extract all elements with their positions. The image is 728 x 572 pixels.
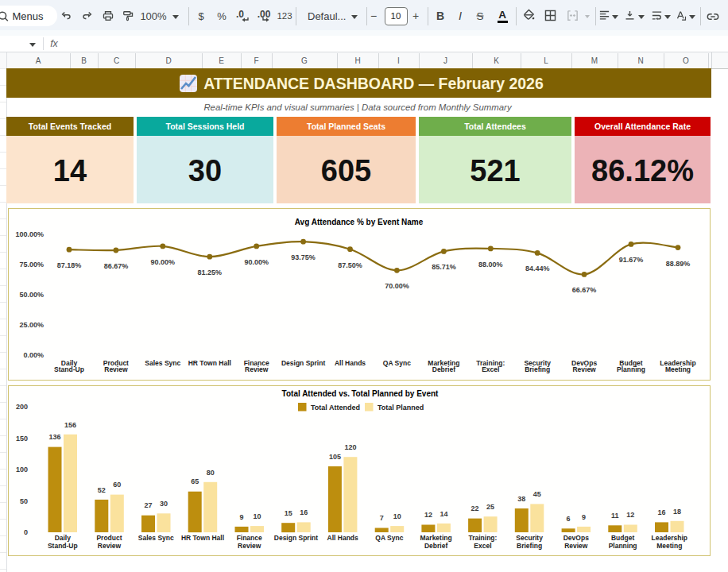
svg-text:9: 9	[582, 513, 586, 521]
svg-text:120: 120	[344, 443, 356, 451]
svg-text:11: 11	[611, 512, 619, 520]
svg-text:84.44%: 84.44%	[525, 265, 550, 272]
svg-text:Security: Security	[516, 534, 543, 542]
svg-text:50: 50	[20, 497, 28, 505]
svg-text:6: 6	[567, 515, 571, 523]
svg-text:38: 38	[517, 495, 525, 503]
svg-text:52: 52	[98, 486, 106, 494]
svg-text:Marketing: Marketing	[420, 534, 452, 542]
svg-text:66.67%: 66.67%	[572, 286, 597, 294]
svg-text:12: 12	[424, 511, 432, 519]
svg-text:Debrief: Debrief	[424, 542, 447, 550]
svg-text:Sales Sync: Sales Sync	[145, 359, 180, 367]
svg-text:150: 150	[16, 435, 28, 443]
svg-text:16: 16	[657, 508, 665, 516]
svg-text:105: 105	[329, 453, 341, 461]
svg-text:100: 100	[16, 466, 28, 473]
svg-text:70.00%: 70.00%	[385, 282, 409, 290]
svg-text:Design Sprint: Design Sprint	[274, 534, 318, 542]
svg-text:30: 30	[160, 500, 168, 508]
svg-text:DevOps: DevOps	[563, 534, 589, 542]
svg-text:Excel: Excel	[474, 542, 491, 550]
svg-text:0: 0	[24, 528, 28, 536]
svg-text:136: 136	[48, 433, 60, 441]
svg-text:14: 14	[440, 510, 447, 518]
svg-text:12: 12	[626, 511, 634, 519]
svg-text:93.75%: 93.75%	[291, 253, 316, 261]
svg-text:18: 18	[673, 508, 681, 516]
svg-text:Excel: Excel	[482, 365, 499, 373]
svg-text:25.00%: 25.00%	[19, 321, 44, 329]
svg-text:10: 10	[253, 512, 261, 520]
svg-text:80: 80	[207, 469, 215, 477]
svg-text:Meeting: Meeting	[665, 365, 691, 373]
svg-text:Sales Sync: Sales Sync	[138, 534, 174, 542]
svg-text:87.50%: 87.50%	[338, 261, 362, 269]
svg-text:Total Planned: Total Planned	[378, 404, 424, 412]
svg-text:Meeting: Meeting	[656, 542, 682, 550]
svg-text:HR Town Hall: HR Town Hall	[188, 359, 231, 367]
svg-text:Stand-Up: Stand-Up	[48, 542, 78, 550]
svg-text:156: 156	[64, 421, 76, 429]
svg-text:60: 60	[113, 481, 121, 489]
svg-text:Review: Review	[564, 542, 588, 550]
svg-text:81.25%: 81.25%	[198, 269, 223, 276]
svg-text:27: 27	[144, 501, 152, 509]
svg-text:All Hands: All Hands	[327, 534, 358, 542]
svg-text:15: 15	[285, 509, 292, 517]
svg-text:91.67%: 91.67%	[619, 256, 644, 264]
svg-text:45: 45	[533, 490, 541, 498]
svg-text:Product: Product	[96, 534, 122, 542]
svg-text:Review: Review	[238, 542, 261, 550]
svg-text:90.00%: 90.00%	[151, 258, 176, 266]
svg-text:22: 22	[471, 504, 479, 512]
svg-text:10: 10	[393, 512, 401, 520]
svg-text:9: 9	[239, 513, 243, 521]
svg-text:65: 65	[191, 477, 199, 485]
svg-text:QA Sync: QA Sync	[375, 534, 403, 542]
svg-text:25: 25	[486, 503, 494, 511]
svg-text:100.00%: 100.00%	[15, 230, 44, 238]
svg-text:Avg Attendance % by Event Name: Avg Attendance % by Event Name	[295, 218, 424, 226]
svg-text:Stand-Up: Stand-Up	[54, 365, 84, 373]
svg-text:Budget: Budget	[611, 534, 634, 542]
svg-text:Debrief: Debrief	[432, 365, 455, 373]
svg-text:Briefing: Briefing	[517, 542, 542, 550]
svg-text:88.00%: 88.00%	[478, 261, 503, 269]
svg-text:Review: Review	[104, 365, 128, 373]
svg-text:75.00%: 75.00%	[19, 261, 44, 269]
svg-text:0.00%: 0.00%	[23, 351, 44, 359]
svg-text:Review: Review	[572, 365, 596, 373]
svg-text:Briefing: Briefing	[525, 365, 550, 373]
svg-text:Planning: Planning	[609, 542, 637, 550]
svg-text:7: 7	[380, 514, 384, 522]
svg-text:88.89%: 88.89%	[666, 260, 691, 268]
svg-text:Review: Review	[245, 365, 269, 373]
svg-text:90.00%: 90.00%	[244, 258, 269, 266]
svg-text:QA Sync: QA Sync	[383, 359, 411, 367]
svg-text:HR Town Hall: HR Town Hall	[181, 534, 224, 542]
svg-text:Design Sprint: Design Sprint	[281, 359, 325, 367]
svg-text:Total Attended: Total Attended	[311, 404, 360, 412]
svg-text:200: 200	[16, 403, 28, 411]
svg-text:16: 16	[300, 508, 308, 516]
svg-text:Review: Review	[98, 542, 122, 550]
svg-text:87.18%: 87.18%	[57, 261, 82, 269]
svg-text:Planning: Planning	[617, 365, 645, 373]
svg-text:Total Attended vs. Total Plann: Total Attended vs. Total Planned by Even…	[282, 389, 440, 398]
svg-text:All Hands: All Hands	[335, 359, 366, 367]
svg-text:Leadership: Leadership	[652, 534, 687, 542]
svg-text:86.67%: 86.67%	[104, 262, 129, 270]
svg-text:Finance: Finance	[237, 534, 262, 542]
svg-text:50.00%: 50.00%	[19, 291, 44, 299]
svg-text:Training:: Training:	[468, 534, 497, 542]
svg-text:85.71%: 85.71%	[432, 263, 456, 271]
svg-text:Daily: Daily	[55, 534, 72, 542]
